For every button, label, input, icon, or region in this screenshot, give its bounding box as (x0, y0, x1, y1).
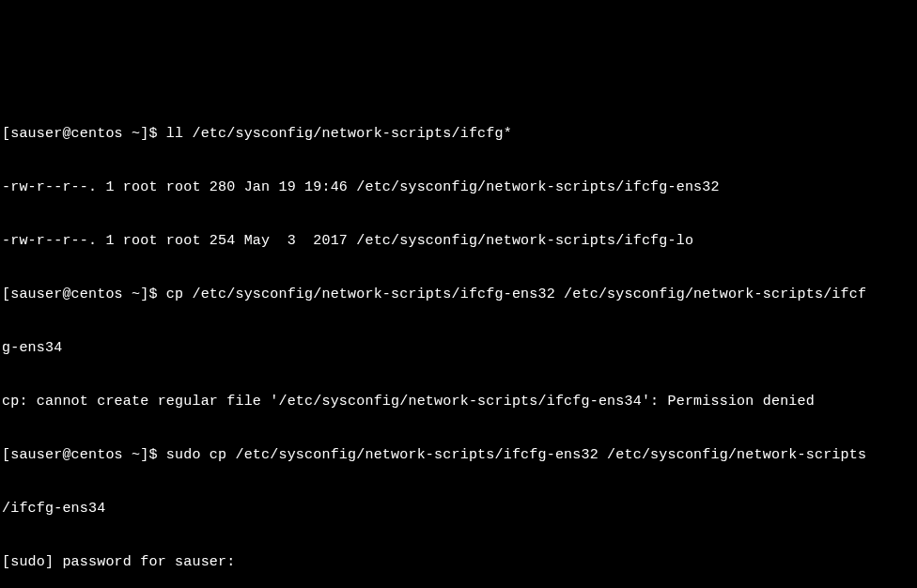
terminal-line: cp: cannot create regular file '/etc/sys… (2, 393, 915, 410)
terminal-line: [sauser@centos ~]$ sudo cp /etc/sysconfi… (2, 446, 915, 464)
terminal-line: /ifcfg-ens34 (2, 500, 915, 518)
terminal-line: [sauser@centos ~]$ ll /etc/sysconfig/net… (2, 125, 915, 143)
terminal-line: [sauser@centos ~]$ cp /etc/sysconfig/net… (2, 286, 915, 303)
terminal-line: [sudo] password for sauser: (2, 553, 915, 571)
terminal-line: -rw-r--r--. 1 root root 254 May 3 2017 /… (2, 232, 915, 250)
terminal-line: g-ens34 (2, 339, 915, 357)
terminal-window[interactable]: [sauser@centos ~]$ ll /etc/sysconfig/net… (0, 89, 917, 588)
terminal-line: -rw-r--r--. 1 root root 280 Jan 19 19:46… (2, 178, 915, 196)
